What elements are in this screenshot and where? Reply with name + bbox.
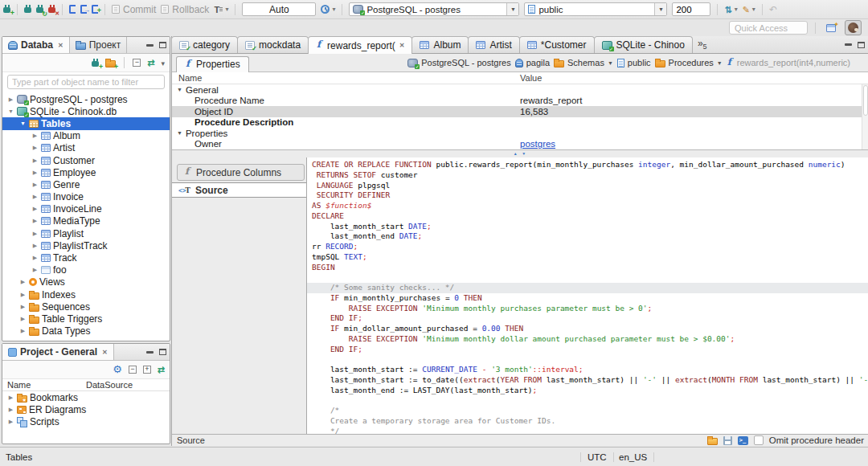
expand-arrow-icon[interactable]: ▶ [19, 328, 27, 334]
maximize-icon[interactable] [159, 349, 166, 355]
tree-item-album[interactable]: ▶Album [2, 130, 170, 142]
minimize-icon[interactable] [146, 44, 154, 47]
column-header-datasource[interactable]: DataSource [86, 380, 133, 390]
expand-arrow-icon[interactable]: ▶ [31, 145, 39, 151]
grid-column-value[interactable]: Value [520, 73, 542, 83]
quick-access-input[interactable] [729, 21, 808, 35]
property-row-owner[interactable]: Ownerpostgres [172, 139, 868, 150]
open-perspective-button[interactable] [823, 22, 839, 35]
expand-arrow-icon[interactable]: ▶ [31, 231, 39, 237]
property-row-procedure-name[interactable]: Procedure Namerewards_report [172, 96, 868, 107]
expand-arrow-icon[interactable]: ▶ [19, 316, 27, 322]
expand-arrow-icon[interactable]: ▶ [7, 419, 14, 425]
tab-project-general[interactable]: Project - General ✕ [2, 344, 114, 360]
expand-arrow-icon[interactable]: ▶ [31, 182, 39, 188]
scrollbar[interactable] [862, 84, 868, 149]
breadcrumb-item-postgresql-postgres[interactable]: PostgreSQL - postgres [407, 58, 510, 67]
history-icon[interactable] [321, 5, 330, 14]
object-filter-input[interactable] [7, 75, 165, 89]
close-icon[interactable]: ✕ [58, 42, 63, 49]
disconnect-icon[interactable] [48, 7, 55, 13]
project-item-bookmarks[interactable]: ▶Bookmarks [2, 391, 170, 403]
expand-arrow-icon[interactable]: ▶ [19, 304, 27, 310]
collapse-arrow-icon[interactable]: ▼ [19, 121, 27, 126]
expand-arrow-icon[interactable]: ▶ [31, 206, 39, 212]
tree-item-data-types[interactable]: ▶Data Types [2, 325, 170, 337]
dbeaver-perspective-button[interactable] [845, 20, 862, 35]
tree-item-tables[interactable]: ▼Tables [2, 117, 170, 129]
expand-arrow-icon[interactable]: ▶ [31, 194, 39, 200]
property-value-link[interactable]: postgres [520, 139, 555, 149]
close-icon[interactable]: ✕ [399, 42, 405, 49]
tree-item-playlist[interactable]: ▶Playlist [2, 227, 170, 239]
tab-projects[interactable]: Проект [70, 37, 128, 53]
project-item-scripts[interactable]: ▶Scripts [2, 415, 170, 427]
save-to-file-icon[interactable] [723, 436, 732, 445]
expand-all-icon[interactable] [143, 366, 151, 374]
breadcrumb-item-schemas[interactable]: Schemas▼ [554, 58, 613, 67]
side-tab-source[interactable]: Source [172, 182, 306, 198]
open-console-icon[interactable] [738, 436, 748, 445]
tree-item-invoiceline[interactable]: ▶InvoiceLine [2, 203, 170, 215]
reconnect-icon[interactable] [36, 7, 43, 13]
editor-tab-album[interactable]: Album [411, 36, 469, 53]
expand-arrow-icon[interactable]: ▶ [31, 243, 39, 249]
omit-procedure-header-checkbox[interactable] [754, 435, 764, 445]
column-header-name[interactable]: Name [2, 380, 86, 390]
source-code-editor[interactable]: CREATE OR REPLACE FUNCTION public.reward… [307, 157, 868, 434]
tree-item-invoice[interactable]: ▶Invoice [2, 191, 170, 203]
rollback-button[interactable]: Rollback [161, 4, 209, 15]
editor-tab-customer[interactable]: *Customer [519, 36, 595, 53]
tree-item-mediatype[interactable]: ▶MediaType [2, 215, 170, 227]
connect-icon[interactable] [24, 7, 31, 13]
maximize-icon[interactable] [159, 42, 166, 48]
grid-column-name[interactable]: Name [178, 73, 202, 83]
new-connection-icon[interactable] [92, 61, 99, 67]
tree-item-employee[interactable]: ▶Employee [2, 166, 170, 178]
transaction-block-icon[interactable] [69, 5, 76, 14]
property-row-general[interactable]: ▼General [172, 84, 868, 96]
tree-item-foo[interactable]: ▶foo [2, 264, 170, 276]
timezone-indicator[interactable]: UTC [580, 452, 614, 462]
tree-item-artist[interactable]: ▶Artist [2, 142, 170, 154]
tree-item-playlisttrack[interactable]: ▶PlaylistTrack [2, 239, 170, 251]
expand-arrow-icon[interactable]: ▶ [31, 133, 39, 139]
tab-properties[interactable]: Properties [176, 56, 249, 72]
minimize-icon[interactable] [146, 351, 154, 354]
schema-combo[interactable]: public ▼ [524, 2, 667, 16]
transaction-filter-icon[interactable] [214, 5, 223, 14]
expand-arrow-icon[interactable]: ▶ [31, 170, 39, 176]
editor-tab-mockdata[interactable]: mockdata [237, 36, 309, 53]
chevron-down-icon[interactable]: ▾ [225, 6, 228, 13]
expand-arrow-icon[interactable]: ▶ [7, 96, 14, 103]
editor-tab-rewards-report[interactable]: rewards_report(✕ [308, 36, 412, 54]
combo-dropdown-icon[interactable]: ▼ [654, 3, 666, 15]
chevron-down-icon[interactable]: ▾ [752, 6, 755, 13]
property-row-procedure-description[interactable]: Procedure Description [172, 117, 868, 129]
project-item-er-diagrams[interactable]: ▶ER Diagrams [2, 403, 170, 415]
maximize-icon[interactable] [858, 42, 865, 48]
tab-database-navigator[interactable]: Databa ✕ [2, 37, 70, 53]
tree-item-customer[interactable]: ▶Customer [2, 154, 170, 166]
editor-tab-category[interactable]: category [171, 36, 238, 53]
collapse-all-icon[interactable] [133, 59, 141, 67]
expand-arrow-icon[interactable]: ▶ [31, 157, 39, 164]
breadcrumb-item-public[interactable]: public [617, 58, 651, 67]
locale-indicator[interactable]: en_US [612, 452, 654, 462]
collapse-all-icon[interactable] [129, 366, 137, 374]
fetch-size-input[interactable] [672, 2, 710, 16]
expand-arrow-icon[interactable]: ▶ [7, 394, 14, 401]
editor-tab-sqlite-chinoo[interactable]: SQLite - Chinoo [594, 36, 693, 53]
combo-dropdown-icon[interactable]: ▼ [506, 3, 518, 15]
new-connection-icon[interactable] [3, 7, 10, 13]
commit-mode-combo[interactable]: Auto [242, 2, 316, 16]
collapse-arrow-icon[interactable]: ▼ [7, 108, 14, 114]
expand-arrow-icon[interactable]: ▶ [31, 255, 39, 261]
chevron-down-icon[interactable]: ▼ [608, 60, 613, 66]
commit-button[interactable]: Commit [112, 4, 156, 15]
collapse-arrow-icon[interactable]: ▼ [177, 87, 182, 92]
connection-combo[interactable]: PostgreSQL - postgres ▼ [349, 2, 519, 16]
view-menu-icon[interactable] [161, 57, 165, 68]
tree-item-table-triggers[interactable]: ▶Table Triggers [2, 313, 170, 325]
sync-icon[interactable] [724, 4, 731, 15]
